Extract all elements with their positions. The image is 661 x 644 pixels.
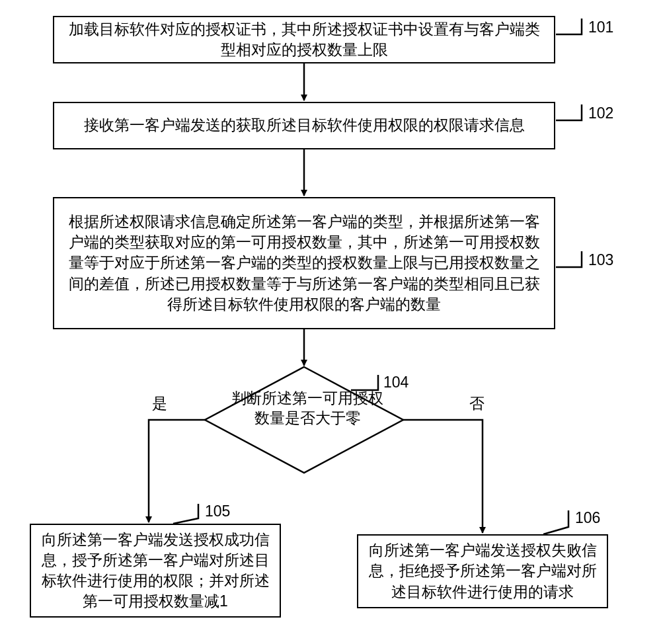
step-101-box: 加载目标软件对应的授权证书，其中所述授权证书中设置有与客户端类型相对应的授权数量… <box>53 16 555 63</box>
step-101-text: 加载目标软件对应的授权证书，其中所述授权证书中设置有与客户端类型相对应的授权数量… <box>63 19 545 60</box>
step-105-text: 向所述第一客户端发送授权成功信息，授予所述第一客户端对所述目标软件进行使用的权限… <box>40 530 270 612</box>
ref-hook-103 <box>556 251 582 267</box>
step-103-ref: 103 <box>588 251 613 269</box>
step-106-text: 向所述第一客户端发送授权失败信息，拒绝授予所述第一客户端对所述目标软件进行使用的… <box>368 540 598 602</box>
step-106-ref: 106 <box>575 509 600 527</box>
ref-hook-101 <box>556 19 582 34</box>
step-102-box: 接收第一客户端发送的获取所述目标软件使用权限的权限请求信息 <box>53 102 555 149</box>
step-102-text: 接收第一客户端发送的获取所述目标软件使用权限的权限请求信息 <box>84 115 525 136</box>
step-105-box: 向所述第一客户端发送授权成功信息，授予所述第一客户端对所述目标软件进行使用的权限… <box>30 524 281 618</box>
step-106-box: 向所述第一客户端发送授权失败信息，拒绝授予所述第一客户端对所述目标软件进行使用的… <box>357 534 608 608</box>
branch-yes-label: 是 <box>152 393 167 414</box>
branch-no-label: 否 <box>469 393 485 414</box>
decision-104-diamond <box>205 367 403 473</box>
ref-hook-106 <box>543 510 568 534</box>
step-103-box: 根据所述权限请求信息确定所述第一客户端的类型，并根据所述第一客户端的类型获取对应… <box>53 197 555 329</box>
ref-hook-104 <box>351 375 378 390</box>
step-104-ref: 104 <box>383 374 408 391</box>
arrow-no-106 <box>403 420 483 533</box>
step-103-text: 根据所述权限请求信息确定所述第一客户端的类型，并根据所述第一客户端的类型获取对应… <box>63 212 545 314</box>
ref-hook-102 <box>556 104 582 120</box>
step-101-ref: 101 <box>588 19 613 36</box>
step-105-ref: 105 <box>205 503 230 520</box>
step-102-ref: 102 <box>588 104 613 122</box>
arrow-yes-105 <box>149 420 205 522</box>
decision-104-text: 判断所述第一可用授权数量是否大于零 <box>231 389 383 428</box>
ref-hook-105 <box>173 504 198 524</box>
